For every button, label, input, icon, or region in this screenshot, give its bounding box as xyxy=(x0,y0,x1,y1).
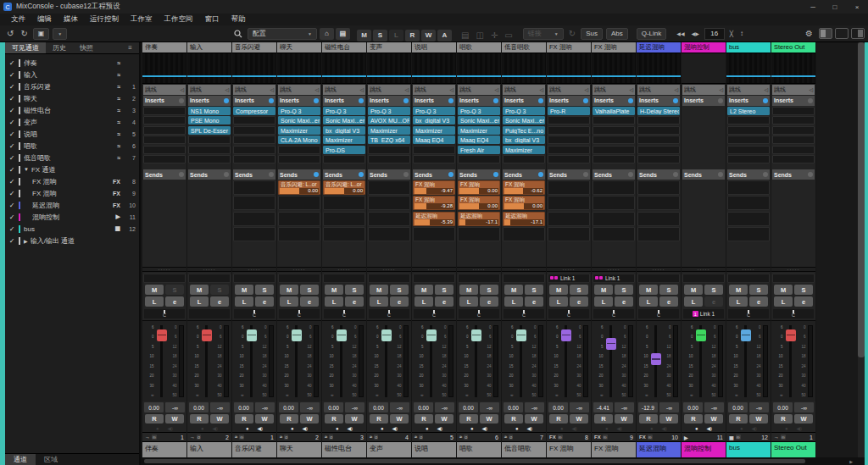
insert-slot[interactable]: PuigTec E...no xyxy=(503,126,545,135)
link-group-box[interactable]: Link 1 xyxy=(593,274,635,283)
monitor-icon[interactable]: ◀) xyxy=(303,426,309,431)
fader-track[interactable] xyxy=(515,323,527,400)
monitor-icon[interactable]: ◀) xyxy=(797,426,803,431)
insert-slot[interactable]: AVOX MU...OR xyxy=(368,116,410,125)
visibility-check-icon[interactable]: ✓ xyxy=(5,95,19,102)
sends-bypass-icon[interactable] xyxy=(673,172,678,177)
channel-header[interactable]: 混响控制 xyxy=(682,42,726,53)
insert-slot[interactable] xyxy=(548,126,590,135)
inserts-bypass-icon[interactable] xyxy=(538,98,543,103)
channel-name[interactable]: 说唱 xyxy=(412,441,456,457)
sidebar-channel-row[interactable]: ✓低音唱歌≈7 xyxy=(5,152,139,163)
global-l-button[interactable]: L xyxy=(389,30,403,42)
sends-bypass-icon[interactable] xyxy=(314,172,319,177)
pan-control[interactable]: C xyxy=(234,309,275,319)
solo-button[interactable]: S xyxy=(704,285,723,295)
channel-name[interactable]: 音乐闪避 xyxy=(232,441,276,457)
link-group-box[interactable] xyxy=(503,274,545,283)
insert-slot[interactable] xyxy=(548,155,590,163)
send-slot[interactable] xyxy=(548,196,590,210)
sends-rack-header[interactable]: Sends xyxy=(188,169,231,180)
sends-bypass-icon[interactable] xyxy=(269,172,274,177)
mute-button[interactable]: M xyxy=(549,285,568,295)
insert-slot[interactable] xyxy=(548,146,590,154)
solo-button[interactable]: S xyxy=(659,285,678,295)
send-slot[interactable]: FX 混响-0.62 xyxy=(503,180,545,195)
sends-rack-header[interactable]: Sends xyxy=(727,169,770,180)
listen-button[interactable]: L xyxy=(325,296,343,307)
gear-icon[interactable]: ⚙ xyxy=(802,29,816,38)
channel-header[interactable]: 磁性电台 xyxy=(322,42,366,53)
insert-slot[interactable]: Maximizer xyxy=(278,126,320,135)
insert-slot[interactable] xyxy=(233,116,275,125)
solo-button[interactable]: S xyxy=(480,285,498,295)
routing-rack[interactable]: 跳线◁ xyxy=(188,85,231,95)
sends-rack-header[interactable]: Sends xyxy=(682,169,725,180)
edit-channel-button[interactable]: e xyxy=(210,296,229,307)
fader-handle[interactable] xyxy=(337,329,347,341)
record-arm-icon[interactable]: ● xyxy=(381,426,384,431)
record-arm-icon[interactable]: ● xyxy=(336,426,339,431)
inserts-bypass-icon[interactable] xyxy=(673,98,678,103)
inserts-rack-header[interactable]: Inserts xyxy=(727,96,770,106)
inserts-bypass-icon[interactable] xyxy=(314,98,319,103)
fader-handle[interactable] xyxy=(292,329,302,341)
send-slot[interactable] xyxy=(637,180,680,195)
insert-slot[interactable]: bx_digital V3 xyxy=(503,136,545,144)
sidebar-channel-row[interactable]: ✓FX 混响FX8 xyxy=(5,175,139,187)
edit-channel-button[interactable]: e xyxy=(525,296,543,307)
sus-button[interactable]: Sus xyxy=(581,28,603,40)
record-arm-icon[interactable]: ● xyxy=(740,426,743,431)
record-arm-icon[interactable]: ● xyxy=(470,426,474,431)
edit-channel-button[interactable]: e xyxy=(615,296,633,307)
link-group-box[interactable] xyxy=(413,274,455,283)
channel-header[interactable]: 低音唱歌 xyxy=(502,42,546,53)
pan-control[interactable]: 1Link 1 xyxy=(683,309,724,319)
routing-rack[interactable]: 跳线◁ xyxy=(503,85,545,95)
read-automation-button[interactable]: R xyxy=(594,414,613,423)
mute-button[interactable]: M xyxy=(594,285,613,295)
meter-peak-value[interactable]: -∞ xyxy=(615,402,634,412)
fader-handle[interactable] xyxy=(381,329,392,341)
edit-channel-button[interactable]: e xyxy=(165,296,184,307)
edit-channel-button[interactable]: e xyxy=(255,296,274,307)
fader-handle[interactable] xyxy=(606,338,616,350)
visibility-check-icon[interactable]: ✓ xyxy=(5,154,19,162)
read-automation-button[interactable]: R xyxy=(145,414,164,423)
send-slot[interactable] xyxy=(278,212,320,226)
insert-slot[interactable] xyxy=(233,126,275,135)
link-group-box[interactable] xyxy=(772,274,815,283)
write-automation-button[interactable]: W xyxy=(255,414,274,423)
sends-rack-header[interactable]: Sends xyxy=(772,169,815,180)
read-automation-button[interactable]: R xyxy=(504,414,523,423)
visibility-check-icon[interactable]: ✓ xyxy=(5,130,19,138)
inserts-bypass-icon[interactable] xyxy=(269,98,274,103)
send-slot[interactable] xyxy=(323,227,365,241)
insert-slot[interactable] xyxy=(143,126,186,135)
sends-rack-header[interactable]: Sends xyxy=(413,169,455,180)
sidebar-channel-row[interactable]: ✓延迟混响FX10 xyxy=(5,199,139,211)
link-group-box[interactable] xyxy=(323,274,365,283)
folder-arrow-icon[interactable]: ▼ xyxy=(24,167,29,172)
channel-name[interactable]: 磁性电台 xyxy=(322,441,366,457)
insert-slot[interactable] xyxy=(413,146,455,154)
link-refresh-icon[interactable]: ↻ xyxy=(565,29,579,38)
monitor-icon[interactable]: ◀) xyxy=(617,426,623,431)
record-arm-icon[interactable]: ● xyxy=(426,426,429,431)
channel-header[interactable]: 变声 xyxy=(367,42,411,53)
inserts-rack-header[interactable]: Inserts xyxy=(593,96,635,106)
solo-button[interactable]: S xyxy=(300,285,319,295)
insert-slot[interactable]: PSE Mono xyxy=(188,116,231,125)
channel-header[interactable]: 延迟混响 xyxy=(637,42,681,53)
insert-slot[interactable] xyxy=(593,126,635,135)
write-automation-button[interactable]: W xyxy=(480,414,498,423)
link-dropdown[interactable]: 链接 ▼ xyxy=(523,28,564,40)
pan-control[interactable]: C xyxy=(638,309,679,319)
fader-handle[interactable] xyxy=(157,329,167,341)
insert-slot[interactable] xyxy=(458,155,500,163)
channel-name[interactable]: 唱歌 xyxy=(457,441,501,457)
edit-channel-button[interactable]: e xyxy=(749,296,768,307)
sends-rack-header[interactable]: Sends xyxy=(458,169,500,180)
send-slot[interactable] xyxy=(637,227,680,241)
write-automation-button[interactable]: W xyxy=(210,414,229,423)
